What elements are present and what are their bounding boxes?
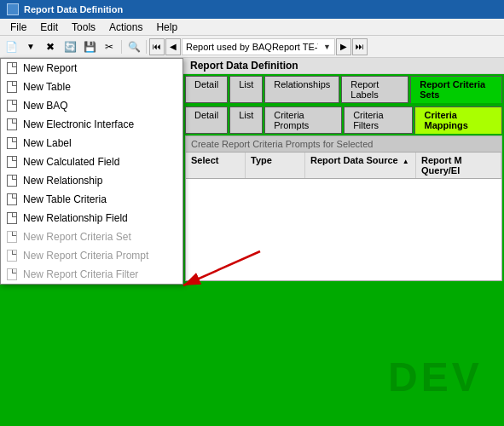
col-report-data-source-label: Report Data Source xyxy=(310,155,398,165)
panel-title: Report Data Definition xyxy=(183,58,504,74)
menu-item-new-report-criteria-filter-label: New Report Criteria Filter xyxy=(23,268,138,280)
tab-criteria-mappings[interactable]: Criteria Mappings xyxy=(414,106,502,134)
new-table-icon xyxy=(6,81,18,93)
toolbar-nav-last[interactable]: ⏭ xyxy=(352,38,368,55)
col-query-el: Report M Query/El xyxy=(416,153,501,178)
menu-actions[interactable]: Actions xyxy=(102,20,149,35)
watermark-text: DEV xyxy=(388,354,483,400)
toolbar-search-btn[interactable]: 🔍 xyxy=(125,38,143,55)
menu-item-new-relationship-label: New Relationship xyxy=(23,175,102,187)
menu-help[interactable]: Help xyxy=(149,20,184,35)
new-electronic-interface-icon xyxy=(6,118,18,130)
tab-report-labels[interactable]: Report Labels xyxy=(341,76,408,103)
tab-detail[interactable]: Detail xyxy=(185,76,228,103)
new-baq-icon xyxy=(6,100,18,112)
title-bar: Report Data Definition xyxy=(0,0,504,19)
tab-detail2[interactable]: Detail xyxy=(185,106,228,134)
table-header: Select Type Report Data Source ▲ Report … xyxy=(186,153,501,179)
toolbar-open-btn[interactable]: ▼ xyxy=(21,38,40,55)
toolbar-save-btn[interactable]: 💾 xyxy=(80,38,99,55)
menu-item-new-calculated-field-label: New Calculated Field xyxy=(23,156,119,168)
toolbar-new-btn[interactable]: 📄 xyxy=(2,38,20,55)
new-relationship-icon xyxy=(6,175,18,187)
menu-item-new-report-criteria-prompt[interactable]: New Report Criteria Prompt xyxy=(1,246,182,265)
menu-item-new-label[interactable]: New Label xyxy=(1,134,182,153)
menu-item-new-report-criteria-prompt-label: New Report Criteria Prompt xyxy=(23,250,148,262)
menu-bar: File Edit Tools Actions Help xyxy=(0,19,504,36)
tab-list2[interactable]: List xyxy=(229,106,263,134)
col-select: Select xyxy=(186,153,246,178)
new-report-icon xyxy=(6,62,18,74)
new-label-icon xyxy=(6,137,18,149)
criteria-prompt-bar: Create Report Criteria Prompts for Selec… xyxy=(186,136,501,153)
app-icon xyxy=(7,3,19,15)
title-bar-text: Report Data Definition xyxy=(24,4,123,14)
menu-item-new-relationship-field[interactable]: New Relationship Field xyxy=(1,209,182,227)
green-background: DEV xyxy=(183,283,504,427)
tab-list[interactable]: List xyxy=(229,76,263,103)
menu-item-new-report[interactable]: New Report xyxy=(1,59,182,78)
new-report-criteria-set-icon xyxy=(6,231,18,243)
right-panel: Report Data Definition Detail List Relat… xyxy=(183,58,504,426)
menu-item-new-baq[interactable]: New BAQ xyxy=(1,96,182,115)
menu-item-new-table-criteria[interactable]: New Table Criteria xyxy=(1,190,182,209)
col-query-el-label: Report M Query/El xyxy=(421,155,462,176)
menu-item-new-report-label: New Report xyxy=(23,62,77,74)
tabs-row-1: Detail List Relationships Report Labels … xyxy=(183,74,504,103)
menu-item-new-electronic-interface[interactable]: New Electronic Interface xyxy=(1,115,182,134)
toolbar-cut-btn[interactable]: ✂ xyxy=(100,38,119,55)
menu-item-new-relationship[interactable]: New Relationship xyxy=(1,171,182,190)
toolbar-dropdown-arrow-icon: ▼ xyxy=(323,43,331,51)
new-report-criteria-filter-icon xyxy=(6,268,18,280)
menu-item-new-table[interactable]: New Table xyxy=(1,78,182,96)
col-type: Type xyxy=(246,153,305,178)
menu-item-new-relationship-field-label: New Relationship Field xyxy=(23,212,128,224)
toolbar-nav-first[interactable]: ⏮ xyxy=(149,38,165,55)
menu-item-new-table-criteria-label: New Table Criteria xyxy=(23,193,107,205)
tab-report-criteria-sets[interactable]: Report Criteria Sets xyxy=(410,76,502,103)
new-report-criteria-prompt-icon xyxy=(6,250,18,262)
col-report-data-source: Report Data Source ▲ xyxy=(305,153,416,178)
menu-item-new-report-criteria-set[interactable]: New Report Criteria Set xyxy=(1,227,182,246)
menu-tools[interactable]: Tools xyxy=(65,20,102,35)
toolbar-refresh-btn[interactable]: 🔄 xyxy=(61,38,79,55)
toolbar-nav-next[interactable]: ▶ xyxy=(336,38,351,55)
toolbar-report-dropdown[interactable]: Report used by BAQReport TE-WH ▼ xyxy=(182,38,335,55)
toolbar-sep1 xyxy=(121,40,122,54)
new-table-criteria-icon xyxy=(6,193,18,205)
toolbar-dropdown-text: Report used by BAQReport TE-WH xyxy=(186,42,318,52)
menu-item-new-report-criteria-set-label: New Report Criteria Set xyxy=(23,231,131,243)
menu-edit[interactable]: Edit xyxy=(33,20,65,35)
main-container: New Report New Table New BAQ New Electro… xyxy=(0,58,504,426)
menu-item-new-table-label: New Table xyxy=(23,81,71,93)
toolbar-sep2 xyxy=(146,40,147,54)
menu-item-new-label-label: New Label xyxy=(23,137,72,149)
dropdown-menu: New Report New Table New BAQ New Electro… xyxy=(0,58,183,285)
toolbar-nav-prev[interactable]: ◀ xyxy=(165,38,181,55)
new-relationship-field-icon xyxy=(6,212,18,224)
new-calculated-field-icon xyxy=(6,156,18,168)
tab-relationships[interactable]: Relationships xyxy=(264,76,339,103)
menu-item-new-electronic-interface-label: New Electronic Interface xyxy=(23,118,134,130)
tabs-row-2: Detail List Criteria Prompts Criteria Fi… xyxy=(183,105,504,134)
tab-criteria-prompts[interactable]: Criteria Prompts xyxy=(264,106,342,134)
sort-icon: ▲ xyxy=(403,158,409,165)
criteria-content: Create Report Criteria Prompts for Selec… xyxy=(185,135,502,281)
toolbar: 📄 ▼ ✖ 🔄 💾 ✂ 🔍 ⏮ ◀ Report used by BAQRepo… xyxy=(0,36,504,58)
menu-file[interactable]: File xyxy=(3,20,33,35)
menu-item-new-report-criteria-filter[interactable]: New Report Criteria Filter xyxy=(1,265,182,284)
menu-item-new-calculated-field[interactable]: New Calculated Field xyxy=(1,153,182,171)
tab-criteria-filters[interactable]: Criteria Filters xyxy=(344,106,413,134)
menu-item-new-baq-label: New BAQ xyxy=(23,100,68,112)
toolbar-delete-btn[interactable]: ✖ xyxy=(41,38,60,55)
